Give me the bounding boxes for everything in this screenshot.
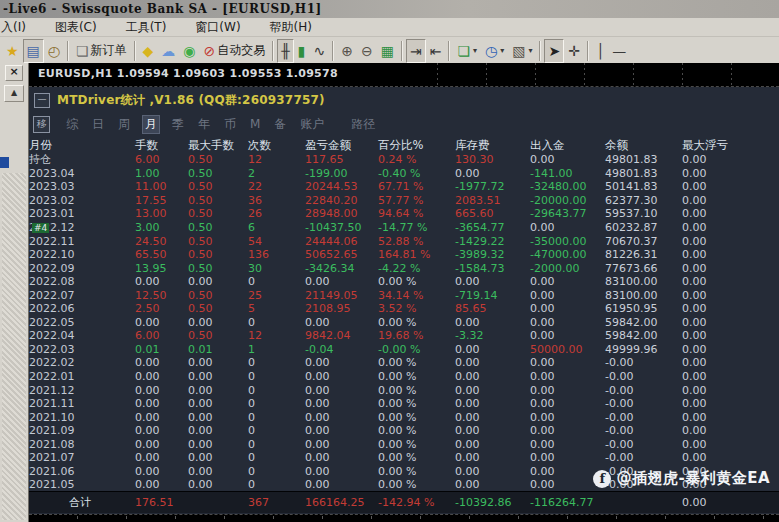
cursor-arrow-icon: ➤ <box>548 44 560 58</box>
cell-profit: 0.00 <box>305 451 378 465</box>
candlestick-button[interactable]: ▮ <box>294 39 310 63</box>
quote-strip: EURUSD,H1 1.09594 1.09603 1.09553 1.0957… <box>29 63 779 87</box>
stats-table: 月份 手数 最大手数 次数 盈亏金额 百分比% 库存费 出入金 余额 最大浮亏 … <box>29 137 779 513</box>
scroll-up-icon[interactable]: ▲ <box>4 85 24 102</box>
strategy-tester-button[interactable]: ◴ <box>44 39 64 63</box>
crosshair-icon: ✛ <box>568 44 580 58</box>
menu-item[interactable]: 工具(T) <box>126 19 167 36</box>
cell-net-deposit: -32480.00 <box>530 180 605 194</box>
cell-percent: 0.00 % <box>378 451 455 465</box>
cell-month: 2022.07 <box>29 288 135 302</box>
scrollbar-track[interactable] <box>2 173 26 520</box>
cell-net-deposit: 0.00 <box>530 221 605 235</box>
cell-net-deposit: 0.00 <box>530 437 605 451</box>
favorites-button[interactable]: ★ <box>2 39 23 63</box>
tab-month[interactable]: 月 <box>142 115 160 134</box>
template-icon: ▧ <box>512 44 525 58</box>
tab-quarter[interactable]: 季 <box>170 115 186 134</box>
signals-icon: ◉ <box>183 44 195 58</box>
signals-button[interactable]: ◉ <box>179 39 199 63</box>
cell-max-lots <box>188 492 248 513</box>
cell-swap: 0.00 <box>455 275 530 289</box>
dropdown-arrow-icon[interactable]: ▾ <box>473 46 477 55</box>
tab-account[interactable]: 账户 <box>298 115 326 134</box>
table-row: 2021.120.000.0000.000.00 %0.000.00-0.000… <box>29 383 779 397</box>
auto-scroll-button[interactable]: ⇤ <box>426 39 446 63</box>
cell-profit: 0.00 <box>305 465 378 479</box>
panel-minimize-button[interactable]: — <box>34 93 50 108</box>
cell-month: 持仓 <box>29 153 135 167</box>
tab-currency[interactable]: 币 <box>222 115 238 134</box>
cell-profit: 9842.04 <box>305 329 378 343</box>
cell-max-lots: 0.50 <box>188 288 248 302</box>
tab-week[interactable]: 周 <box>116 115 132 134</box>
panel-icon: ▤ <box>27 44 40 58</box>
cursor-button[interactable]: ➤ <box>544 39 564 63</box>
menu-item[interactable]: 窗口(W) <box>195 19 240 36</box>
new-order-button[interactable]: ❏新订单 <box>72 39 131 63</box>
tile-windows-button[interactable]: ▦ <box>377 39 398 63</box>
dropdown-arrow-icon[interactable]: ▾ <box>528 46 532 55</box>
new-chart-button[interactable]: ❏▾ <box>453 39 481 63</box>
panel-title-row: — MTDriver统计 ,V1.86 (QQ群:260937757) <box>29 87 779 113</box>
zoom-in-button[interactable]: ⊕ <box>337 39 357 63</box>
cell-count: 0 <box>248 316 305 330</box>
toolbar-separator <box>332 41 334 61</box>
col-header-lots: 手数 <box>135 137 188 153</box>
cell-max-float-loss: 0.00 <box>682 221 779 235</box>
templates-button[interactable]: ▧▾ <box>508 39 536 63</box>
col-header-count: 次数 <box>248 137 305 153</box>
shift-chart-button[interactable]: ⇥ <box>406 39 426 63</box>
cell-lots: 6.00 <box>135 329 188 343</box>
table-row: 2021.100.000.0000.000.00 %0.000.00-0.000… <box>29 410 779 424</box>
line-chart-button[interactable]: ∿ <box>309 39 329 63</box>
mtdriver-panel: — MTDriver统计 ,V1.86 (QQ群:260937757) 移 综日… <box>29 87 779 515</box>
history-center-button[interactable]: ◆ <box>139 39 158 63</box>
cell-max-float-loss: 0.00 <box>682 153 779 167</box>
vertical-line-button[interactable]: │ <box>592 39 608 63</box>
cell-profit: 0.00 <box>305 424 378 438</box>
menu-item[interactable]: 入(I) <box>1 19 26 36</box>
toolbar-separator <box>448 41 450 61</box>
period-button[interactable]: ◷▾ <box>481 39 508 63</box>
cell-net-deposit: 0.00 <box>530 153 605 167</box>
tab-note[interactable]: 备 <box>272 115 288 134</box>
zoom-out-icon: ⊖ <box>361 44 373 58</box>
menu-item[interactable]: 图表(C) <box>55 19 97 36</box>
horizontal-line-button[interactable]: — <box>608 39 630 63</box>
axis-ticks <box>29 516 779 519</box>
charts-panel-button[interactable]: ▤ <box>23 39 44 63</box>
close-icon[interactable]: × <box>5 65 23 81</box>
cell-profit: 0.00 <box>305 383 378 397</box>
tab-path[interactable]: 路径 <box>349 115 377 134</box>
zoom-out-button[interactable]: ⊖ <box>357 39 377 63</box>
tab-year[interactable]: 年 <box>196 115 212 134</box>
crosshair-button[interactable]: ✛ <box>564 39 584 63</box>
table-row: 2022.020.000.0000.000.00 %0.000.00-0.000… <box>29 356 779 370</box>
community-icon: ☁ <box>161 44 175 58</box>
total-row: 合计176.51367166164.25-142.94 %-10392.86-1… <box>29 492 779 513</box>
community-button[interactable]: ☁ <box>157 39 179 63</box>
panel-title: MTDriver统计 ,V1.86 (QQ群:260937757) <box>57 92 325 109</box>
cell-profit: 0.00 <box>305 478 378 492</box>
dropdown-arrow-icon[interactable]: ▾ <box>500 46 504 55</box>
cell-count: 25 <box>248 288 305 302</box>
watermark: f @插翅虎-暴利黄金EA <box>593 469 770 488</box>
cell-swap: -10392.86 <box>455 492 530 513</box>
quote-line: EURUSD,H1 1.09594 1.09603 1.09553 1.0957… <box>38 67 338 80</box>
cell-month: 2021.06 <box>29 465 135 479</box>
panel-move-button[interactable]: 移 <box>33 116 50 133</box>
cell-max-lots: 0.50 <box>188 153 248 167</box>
bar-chart-button[interactable]: ╫ <box>277 39 293 63</box>
col-header-swap: 库存费 <box>455 137 530 153</box>
tab-day[interactable]: 日 <box>90 115 106 134</box>
autotrading-button-label: 自动交易 <box>217 42 265 59</box>
cell-swap: -1977.72 <box>455 180 530 194</box>
cell-swap: -3.32 <box>455 329 530 343</box>
menu-item[interactable]: 帮助(H) <box>270 19 312 36</box>
autotrading-button[interactable]: ⊘自动交易 <box>200 39 270 63</box>
tab-m[interactable]: M <box>248 116 262 132</box>
tab-summary[interactable]: 综 <box>64 115 80 134</box>
cell-count: 0 <box>248 275 305 289</box>
cell-month: 2021.05 <box>29 478 135 492</box>
